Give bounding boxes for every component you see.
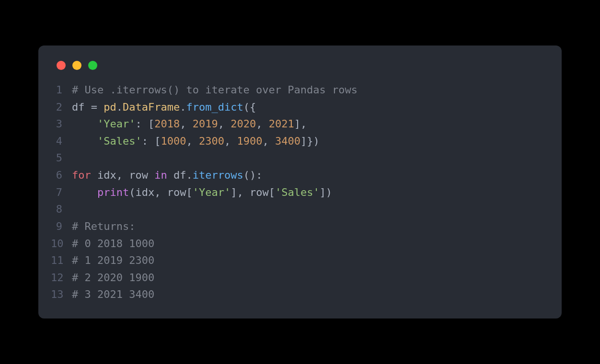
line-number: 9 (51, 218, 72, 235)
line-content[interactable]: 'Sales': [1000, 2300, 1900, 3400]}) (72, 133, 320, 150)
code-token: , (186, 135, 199, 147)
line-number: 3 (51, 115, 72, 133)
code-token: # Returns: (72, 220, 135, 232)
code-line[interactable]: 3 'Year': [2018, 2019, 2020, 2021], (51, 115, 549, 133)
code-token: print (97, 186, 129, 198)
code-token: df (72, 101, 91, 113)
code-token: . (116, 101, 123, 113)
code-token: 3400 (275, 135, 300, 147)
minimize-icon[interactable] (72, 61, 81, 70)
code-token: 2018 (154, 118, 180, 130)
code-token: , (237, 186, 243, 198)
code-editor[interactable]: 1# Use .iterrows() to iterate over Panda… (38, 81, 562, 303)
line-number: 13 (51, 286, 72, 303)
code-token: for (72, 169, 91, 181)
line-number: 12 (51, 269, 72, 286)
code-token: ] (231, 186, 237, 198)
code-token: # Use .iterrows() to iterate over Pandas… (72, 84, 358, 96)
code-token: ]}) (300, 135, 320, 147)
line-number: 10 (51, 235, 72, 252)
line-content[interactable]: print(idx, row['Year'], row['Sales']) (72, 184, 332, 201)
line-number: 1 (51, 81, 72, 99)
close-icon[interactable] (57, 61, 66, 70)
code-token: , (224, 135, 237, 147)
code-token: from_dict (186, 101, 243, 113)
code-token: ]) (320, 186, 333, 198)
code-token: , (180, 118, 193, 130)
zoom-icon[interactable] (88, 61, 97, 70)
code-line[interactable]: 11# 1 2019 2300 (51, 252, 549, 269)
code-token: ], (294, 118, 307, 130)
code-token: DataFrame (123, 101, 180, 113)
line-content[interactable]: 'Year': [2018, 2019, 2020, 2021], (72, 115, 307, 133)
line-content[interactable]: # Returns: (72, 218, 135, 235)
line-content[interactable]: # Use .iterrows() to iterate over Pandas… (72, 81, 358, 99)
code-token: 2019 (193, 118, 218, 130)
code-token: # 0 2018 1000 (72, 238, 154, 250)
code-line[interactable]: 8 (51, 201, 549, 218)
code-line[interactable]: 12# 2 2020 1900 (51, 269, 549, 286)
code-token: . (186, 169, 192, 181)
code-line[interactable]: 1# Use .iterrows() to iterate over Panda… (51, 81, 549, 99)
line-content[interactable]: # 2 2020 1900 (72, 269, 154, 286)
code-line[interactable]: 4 'Sales': [1000, 2300, 1900, 3400]}) (51, 133, 549, 150)
line-number: 11 (51, 252, 72, 269)
code-line[interactable]: 5 (51, 149, 549, 167)
code-token: 2300 (199, 135, 224, 147)
line-number: 5 (51, 149, 72, 167)
code-token: . (180, 101, 186, 113)
code-token: (): (243, 169, 263, 181)
code-token: 'Year' (97, 118, 135, 130)
code-token: ({ (243, 101, 256, 113)
line-number: 8 (51, 201, 72, 218)
line-content[interactable] (72, 201, 78, 218)
code-token: # 1 2019 2300 (72, 254, 154, 266)
code-line[interactable]: 10# 0 2018 1000 (51, 235, 549, 252)
code-token: row[ (161, 186, 192, 198)
code-token: pd (97, 101, 116, 113)
code-token: 1000 (161, 135, 186, 147)
code-token (72, 118, 97, 130)
line-content[interactable]: # 1 2019 2300 (72, 252, 154, 269)
code-line[interactable]: 13# 3 2021 3400 (51, 286, 549, 303)
code-token (72, 135, 97, 147)
line-content[interactable] (72, 149, 78, 167)
line-number: 7 (51, 184, 72, 201)
code-window: 1# Use .iterrows() to iterate over Panda… (38, 46, 562, 318)
code-token: (idx (129, 186, 154, 198)
code-line[interactable]: 2df = pd.DataFrame.from_dict({ (51, 99, 549, 116)
code-token: 1900 (237, 135, 262, 147)
line-content[interactable]: for idx, row in df.iterrows(): (72, 167, 262, 184)
code-token: 'Sales' (275, 186, 320, 198)
code-token: # 3 2021 3400 (72, 288, 154, 300)
code-token: in (154, 169, 167, 181)
code-token: : [ (135, 118, 154, 130)
code-token: idx (91, 169, 116, 181)
code-token: iterrows (193, 169, 243, 181)
code-token (72, 186, 97, 198)
line-content[interactable]: # 0 2018 1000 (72, 235, 154, 252)
code-token: 'Sales' (97, 135, 142, 147)
line-content[interactable]: # 3 2021 3400 (72, 286, 154, 303)
code-token: df (167, 169, 186, 181)
line-number: 4 (51, 133, 72, 150)
code-token: , (218, 118, 231, 130)
code-line[interactable]: 7 print(idx, row['Year'], row['Sales']) (51, 184, 549, 201)
code-token: 'Year' (193, 186, 231, 198)
code-line[interactable]: 6for idx, row in df.iterrows(): (51, 167, 549, 184)
code-token: row (123, 169, 154, 181)
code-token: , (256, 118, 269, 130)
code-token: = (91, 101, 97, 113)
code-token: : [ (142, 135, 161, 147)
code-token: 2021 (269, 118, 294, 130)
line-number: 2 (51, 99, 72, 116)
code-token: , (154, 186, 161, 198)
code-line[interactable]: 9# Returns: (51, 218, 549, 235)
code-token: , (116, 169, 123, 181)
code-token: # 2 2020 1900 (72, 272, 154, 284)
line-content[interactable]: df = pd.DataFrame.from_dict({ (72, 99, 256, 116)
window-titlebar (38, 57, 562, 81)
code-token: row[ (243, 186, 275, 198)
code-token: , (262, 135, 275, 147)
code-token: 2020 (231, 118, 256, 130)
